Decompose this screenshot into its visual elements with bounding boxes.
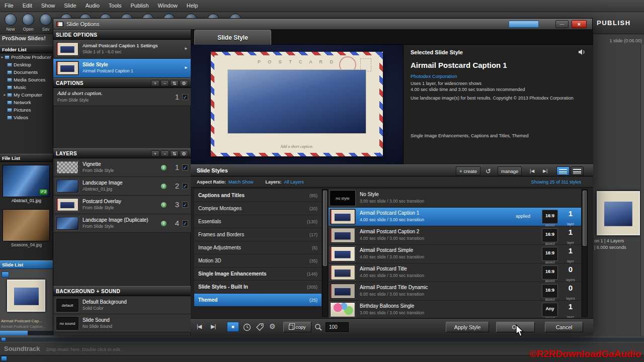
zoom-input[interactable] xyxy=(326,322,349,332)
skip-back-icon[interactable]: |◀ xyxy=(530,168,534,173)
minimize-button[interactable]: — xyxy=(555,20,569,28)
reorder-layers-button[interactable]: ⇅ xyxy=(170,150,179,157)
speaker-icon[interactable] xyxy=(578,49,586,55)
selected-style-vendor[interactable]: Photodex Corporation xyxy=(411,73,457,79)
tab-slide-style[interactable]: Slide Style xyxy=(194,30,271,45)
add-layer-button[interactable]: + xyxy=(151,150,159,157)
style-row-airmail-caption-1[interactable]: Airmail Postcard Caption 1 4.00 sec slid… xyxy=(329,208,581,226)
folder-pictures[interactable]: Pictures xyxy=(0,106,53,114)
undo-icon[interactable]: ↺ xyxy=(486,167,491,175)
caption-checkbox[interactable]: ✓ xyxy=(182,94,188,100)
menu-show[interactable]: Show xyxy=(37,0,60,12)
dialog-titlebar[interactable]: Slide Options — × xyxy=(53,19,592,30)
save-icon[interactable] xyxy=(40,14,52,26)
scrollbar-thumb[interactable] xyxy=(323,191,327,266)
apply-style-button[interactable]: Apply Style xyxy=(446,322,489,332)
right-scrollbar[interactable] xyxy=(640,44,644,336)
skip-forward-icon[interactable]: ▶| xyxy=(211,323,215,330)
open-icon[interactable] xyxy=(22,14,34,26)
category-essentials[interactable]: Essentials(130) xyxy=(194,215,321,228)
category-built-in[interactable]: Slide Styles - Built In(305) xyxy=(194,281,321,294)
info-icon[interactable]: i xyxy=(161,184,167,189)
category-frames-borders[interactable]: Frames and Borders(17) xyxy=(194,228,321,241)
folder-media-sources[interactable]: Media Sources xyxy=(0,76,53,83)
style-row-airmail-caption-2[interactable]: Airmail Postcard Caption 2 4.00 sec slid… xyxy=(329,226,581,245)
preview-slide-thumbnail[interactable] xyxy=(597,191,640,235)
folder-documents[interactable]: Documents xyxy=(0,68,53,76)
close-button[interactable]: × xyxy=(572,20,587,28)
style-row-birthday-balloons[interactable]: Birthday Balloons Single 3.00 sec slide … xyxy=(329,301,581,318)
layer-checkbox[interactable]: ✓ xyxy=(182,220,188,226)
category-image-adjustments[interactable]: Image Adjustments(6) xyxy=(194,241,321,254)
layers-filter-value[interactable]: All Layers xyxy=(284,179,304,185)
menu-tools[interactable]: Tools xyxy=(104,0,126,12)
folder-videos[interactable]: Videos xyxy=(0,114,53,121)
skip-back-icon[interactable]: |◀ xyxy=(197,323,201,330)
menu-window[interactable]: Window xyxy=(153,0,182,12)
add-caption-button[interactable]: + xyxy=(151,80,159,86)
category-motion-3d[interactable]: Motion 3D(35) xyxy=(194,254,321,267)
background-item[interactable]: default Default Background Solid Color xyxy=(53,296,191,314)
tag-icon[interactable] xyxy=(256,323,264,331)
slide-style-item[interactable]: Slide Style Airmail Postcard Caption 1 ► xyxy=(53,59,191,78)
menu-edit[interactable]: Edit xyxy=(18,0,37,12)
style-row-airmail-title-dynamic[interactable]: Airmail Postcard Title Dynamic 6.00 sec … xyxy=(329,282,581,301)
expand-arrow-icon[interactable]: ▸ xyxy=(0,55,5,59)
file-thumbnail-abstract[interactable]: ✓2 xyxy=(3,165,50,197)
copy-button[interactable]: copy xyxy=(283,322,311,332)
cancel-button[interactable]: Cancel xyxy=(545,322,583,332)
category-scrollbar[interactable] xyxy=(322,189,328,317)
stop-button[interactable]: ■ xyxy=(227,322,239,332)
info-icon[interactable]: i xyxy=(161,221,167,226)
create-style-button[interactable]: +create xyxy=(456,166,480,175)
aspect-ratio-value[interactable]: Match Show xyxy=(228,179,254,185)
clock-icon[interactable] xyxy=(243,323,251,331)
layer-checkbox[interactable]: ✓ xyxy=(182,164,188,170)
manage-styles-button[interactable]: manage xyxy=(498,166,522,175)
layer-checkbox[interactable]: ✓ xyxy=(182,183,188,189)
publish-button[interactable]: PUBLISH xyxy=(597,19,631,27)
layer-row-postcard-overlay[interactable]: Postcard Overlay From Slide Style i 3 ✓ xyxy=(53,196,191,214)
folder-network[interactable]: Network xyxy=(0,99,53,106)
layer-row-landscape-duplicate[interactable]: Landscape Image (Duplicate) From Slide S… xyxy=(53,214,191,233)
style-row-airmail-simple[interactable]: Airmail Postcard Simple 4.00 sec slide /… xyxy=(329,245,581,263)
new-icon[interactable] xyxy=(5,14,17,26)
list-view-large-icon[interactable] xyxy=(556,166,570,175)
remove-caption-button[interactable]: − xyxy=(160,80,169,86)
styles-scrollbar[interactable] xyxy=(582,189,588,317)
category-themed[interactable]: Themed(25) xyxy=(194,294,321,307)
slide-thumbnail[interactable] xyxy=(7,280,45,312)
magnifier-icon[interactable] xyxy=(314,323,323,331)
remove-layer-button[interactable]: − xyxy=(160,150,169,157)
gear-icon[interactable]: ⚙ xyxy=(269,322,276,330)
menu-file[interactable]: File xyxy=(0,0,18,12)
file-thumbnail-seasons[interactable] xyxy=(3,209,50,241)
menu-audio[interactable]: Audio xyxy=(81,0,104,12)
menu-help[interactable]: Help xyxy=(182,0,203,12)
info-icon[interactable]: i xyxy=(161,165,167,170)
layer-checkbox[interactable]: ✓ xyxy=(182,202,188,208)
layers-settings-button[interactable]: ⚙ xyxy=(180,150,188,157)
style-row-no-style[interactable]: no style No Style 3.00 sec slide / 3.00 … xyxy=(329,189,581,208)
folder-desktop[interactable]: Desktop xyxy=(0,61,53,68)
settings-item[interactable]: Airmail Postcard Caption 1 Settings Slid… xyxy=(53,40,191,59)
category-complex-montages[interactable]: Complex Montages(20) xyxy=(194,202,321,215)
style-row-airmail-title[interactable]: Airmail Postcard Title 4.00 sec slide / … xyxy=(329,263,581,282)
folder-music[interactable]: Music xyxy=(0,83,53,91)
menu-slide[interactable]: Slide xyxy=(59,0,80,12)
folder-proshow-producer[interactable]: ▸ProShow Producer xyxy=(0,53,53,61)
skip-forward-icon[interactable]: ▶| xyxy=(543,168,547,173)
reorder-captions-button[interactable]: ⇅ xyxy=(170,80,179,86)
caption-item[interactable]: Add a short caption. From Slide Style 1 … xyxy=(53,88,191,106)
slide-sound-item[interactable]: no sound Slide Sound No Slide Sound xyxy=(53,314,191,332)
list-view-small-icon[interactable] xyxy=(571,166,584,175)
slide-list-header[interactable]: Slide List xyxy=(0,260,53,269)
folder-my-computer[interactable]: ▸My Computer xyxy=(0,91,53,99)
layer-row-vignette[interactable]: Vignette From Slide Style i 1 ✓ xyxy=(53,158,191,177)
info-icon[interactable]: i xyxy=(161,202,167,208)
category-captions-titles[interactable]: Captions and Titles(85) xyxy=(194,189,321,202)
captions-settings-button[interactable]: ⚙ xyxy=(180,80,188,86)
category-single-image-enhancements[interactable]: Single Image Enhancements(148) xyxy=(194,267,321,281)
scrollbar-thumb[interactable] xyxy=(583,191,587,246)
layer-row-landscape[interactable]: Landscape Image Abstract_01.jpg i 2 ✓ xyxy=(53,177,191,196)
